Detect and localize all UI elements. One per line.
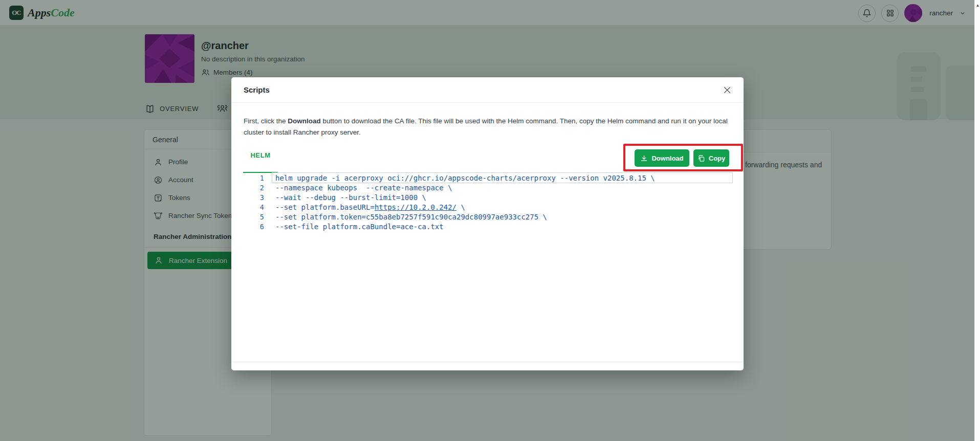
description-pre: First, click the [244, 117, 288, 125]
download-button-label: Download [651, 155, 683, 162]
code-line: 6 --set-file platform.caBundle=ace-ca.tx… [244, 222, 731, 231]
copy-button[interactable]: Copy [693, 149, 729, 167]
base-url-link[interactable]: https://10.2.0.242/ [375, 203, 456, 211]
code-text: --set platform.baseURL=https://10.2.0.24… [275, 203, 465, 211]
code-line: 2 --namespace kubeops --create-namespace… [244, 183, 731, 192]
modal-footer-divider [231, 362, 744, 362]
scrollbar-up-arrow[interactable]: ▲ [975, 3, 980, 8]
code-pre: --set platform.baseURL= [275, 203, 375, 211]
line-number: 6 [244, 223, 264, 231]
app-root: OC AppsCode rancher [0, 0, 980, 441]
modal-description: First, click the Download button to down… [244, 116, 731, 138]
line-number: 1 [244, 174, 264, 182]
copy-icon [698, 155, 705, 162]
line-number: 4 [244, 203, 264, 211]
code-text: helm upgrade -i acerproxy oci://ghcr.io/… [275, 174, 655, 182]
modal-title: Scripts [244, 77, 270, 103]
vertical-scrollbar[interactable]: ▲ [974, 0, 980, 441]
download-icon [640, 155, 648, 162]
code-text: --set-file platform.caBundle=ace-ca.txt [275, 223, 444, 231]
description-bold: Download [288, 117, 321, 125]
code-text: --namespace kubeops --create-namespace \ [275, 184, 452, 192]
download-button[interactable]: Download [635, 149, 689, 167]
tab-helm[interactable]: HELM [243, 151, 278, 173]
code-line: 1 helm upgrade -i acerproxy oci://ghcr.i… [244, 173, 731, 183]
line-number: 2 [244, 184, 264, 192]
line-number: 5 [244, 213, 264, 221]
code-text: --wait --debug --burst-limit=1000 \ [275, 193, 426, 202]
code-line: 3 --wait --debug --burst-limit=1000 \ [244, 192, 731, 202]
helm-code-block[interactable]: 1 helm upgrade -i acerproxy oci://ghcr.i… [244, 173, 731, 231]
modal-header: Scripts [231, 77, 744, 103]
scripts-modal: Scripts First, click the Download button… [231, 77, 744, 370]
code-line: 4 --set platform.baseURL=https://10.2.0.… [244, 202, 731, 212]
code-post: \ [456, 203, 465, 211]
close-button[interactable] [721, 84, 733, 96]
close-icon [723, 85, 732, 95]
code-line: 5 --set platform.token=c55ba8eb7257f591c… [244, 212, 731, 222]
line-number: 3 [244, 193, 264, 202]
copy-button-label: Copy [709, 155, 726, 162]
code-text: --set platform.token=c55ba8eb7257f591c90… [275, 213, 547, 221]
